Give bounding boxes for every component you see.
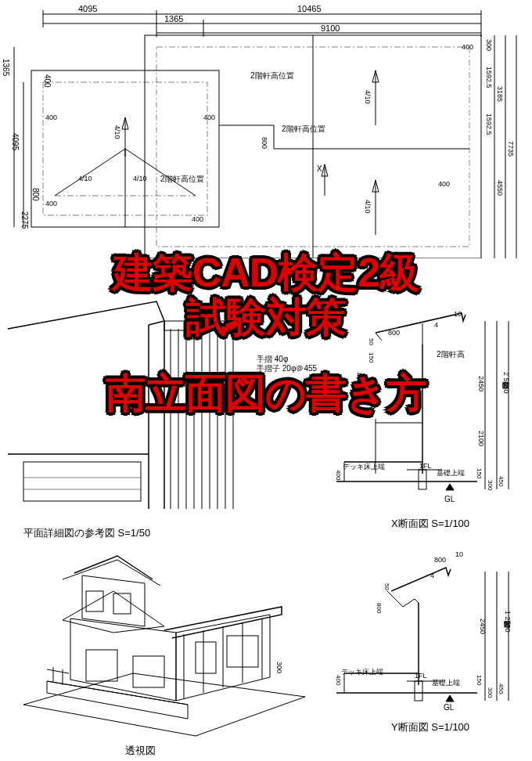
dim-left-2: 4095 xyxy=(11,133,20,150)
arrow-x-label: X xyxy=(317,164,322,173)
y-d800: 800 xyxy=(434,556,446,564)
dim-400-c: 400 xyxy=(45,200,57,207)
y-d2900: 1階軒高 2900 xyxy=(502,611,512,633)
y-section xyxy=(329,548,524,728)
dim-400-e: 400 xyxy=(438,180,450,188)
dim-r-2: 1592.5 xyxy=(485,67,493,88)
y-d2450: 2450 xyxy=(479,619,487,634)
dim-400-d: 400 xyxy=(192,215,203,223)
svg-rect-74 xyxy=(113,593,131,614)
dim-left-1: 1365 xyxy=(2,59,10,76)
svg-marker-62 xyxy=(446,695,454,701)
y-found: 基礎上端 xyxy=(432,678,460,688)
dim-top-1: 4095 xyxy=(78,4,97,13)
drawing-canvas: 4095 10465 1365 9100 1365 4095 2275 400 … xyxy=(0,0,532,761)
dim-left-3: 2275 xyxy=(20,211,29,229)
note-eave-3: 2階軒高位置 xyxy=(160,174,204,185)
x-d150b: 150 xyxy=(476,468,483,478)
x-section-caption: X断面図 S=1/100 xyxy=(391,517,469,531)
y-d10: 10 xyxy=(455,550,463,558)
y-d800b: 800 xyxy=(376,603,383,613)
dim-400-a: 400 xyxy=(45,114,57,121)
svg-rect-73 xyxy=(86,591,103,611)
y-d4: 4 xyxy=(430,572,434,579)
x-d10: 10 xyxy=(454,310,462,318)
x-d800: 800 xyxy=(388,329,400,337)
perspective-view xyxy=(8,548,321,752)
svg-rect-77 xyxy=(196,642,216,673)
slope-4: 4/10 xyxy=(364,90,372,104)
svg-line-68 xyxy=(47,681,188,705)
dim-r-4: 3185 xyxy=(496,86,504,102)
x-d400: 400 xyxy=(335,470,342,480)
x-d300: 300 xyxy=(487,480,494,490)
x-deck: デッキ床上端 xyxy=(343,462,385,472)
slope-5: 4/10 xyxy=(364,200,372,214)
x-eave2f: 2階軒高 xyxy=(437,349,465,360)
y-d400: 400 xyxy=(335,675,342,685)
x-d50: 50 xyxy=(368,338,375,345)
dim-400-b: 400 xyxy=(203,114,215,121)
y-section-caption: Y断面図 S=1/100 xyxy=(391,720,469,734)
roof-plan xyxy=(0,0,532,258)
dim-r-5: 4550 xyxy=(496,180,504,196)
svg-rect-75 xyxy=(86,650,117,681)
x-d5650: 2階軒高 5650 xyxy=(501,372,511,394)
dim-r-6: 7735 xyxy=(507,141,515,157)
svg-rect-40 xyxy=(23,462,141,501)
dim-top-4: 9100 xyxy=(321,23,340,33)
plan-detail-caption: 平面詳細図の参考図 S=1/50 xyxy=(23,526,150,540)
perspective-caption: 透視図 xyxy=(125,744,156,758)
plan-detail xyxy=(0,298,329,517)
y-d450: 450 xyxy=(498,683,505,694)
handrail-note-2: 手摺子 20φ＠455 xyxy=(257,363,317,374)
x-d2100: 2100 xyxy=(477,431,485,446)
persp-d300: 300 xyxy=(275,662,283,673)
x-d2450: 2450 xyxy=(477,376,485,391)
dim-top-3: 1365 xyxy=(164,14,183,23)
slope-2: 4/10 xyxy=(78,175,92,182)
x-d4: 4 xyxy=(434,321,438,329)
y-deck: デッキ床上端 xyxy=(341,667,383,677)
x-d150: 150 xyxy=(368,352,375,362)
svg-rect-76 xyxy=(133,656,164,687)
x-section xyxy=(329,305,524,525)
y-d150: 150 xyxy=(476,675,483,685)
x-found: 基礎上端 xyxy=(437,468,465,478)
dim-r-3: 1592.5 xyxy=(485,114,493,135)
svg-line-86 xyxy=(47,669,69,673)
x-d100: 100 xyxy=(356,372,363,382)
dim-800: 800 xyxy=(261,137,268,149)
x-gl: GL xyxy=(444,495,455,503)
x-1fl: 1FL xyxy=(419,462,432,470)
note-eave-2: 2階軒高位置 xyxy=(282,124,325,135)
y-1fl: 1FL xyxy=(415,672,427,680)
dim-left-4: 400 xyxy=(43,74,52,88)
svg-marker-52 xyxy=(446,484,454,490)
dim-left-5: 800 xyxy=(31,188,40,201)
dim-top-2: 10465 xyxy=(297,4,322,13)
dim-r-1: 300 xyxy=(485,39,493,51)
y-d50: 50 xyxy=(383,583,390,590)
slope-3: 4/10 xyxy=(133,175,147,182)
dim-400-f: 400 xyxy=(462,43,473,51)
note-eave-1: 2階軒高位置 xyxy=(250,70,294,81)
x-d450: 450 xyxy=(498,476,505,486)
slope-1: 4/10 xyxy=(113,125,121,139)
y-d300: 300 xyxy=(487,687,494,698)
y-gl: GL xyxy=(444,703,454,712)
